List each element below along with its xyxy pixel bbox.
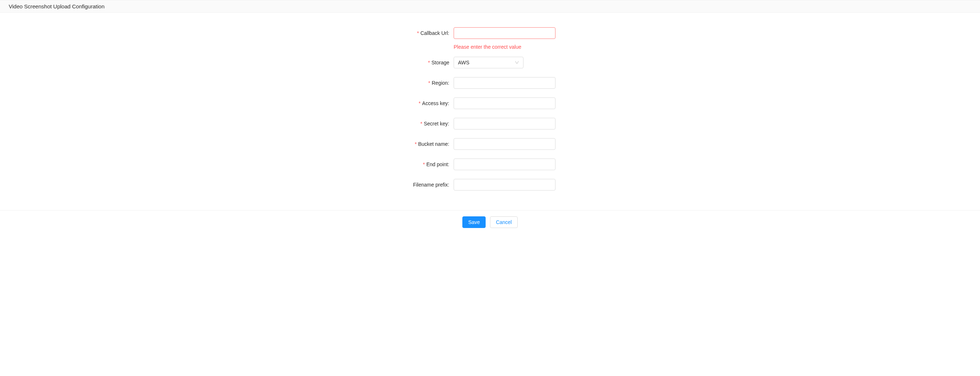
error-row-callback-url: Please enter the correct value xyxy=(9,42,971,51)
form-container: *Callback Url: Please enter the correct … xyxy=(0,13,980,210)
required-mark: * xyxy=(417,30,419,36)
label-bucket-name: *Bucket name: xyxy=(272,138,453,150)
callback-url-error: Please enter the correct value xyxy=(453,43,708,51)
form-row-secret-key: *Secret key: xyxy=(9,118,971,130)
required-mark: * xyxy=(428,60,430,65)
required-mark: * xyxy=(428,80,430,86)
callback-url-input[interactable] xyxy=(453,27,555,39)
page-header: Video Screenshot Upload Configuration xyxy=(0,0,980,13)
label-secret-key: *Secret key: xyxy=(272,118,453,130)
required-mark: * xyxy=(419,100,420,106)
access-key-input[interactable] xyxy=(453,97,555,109)
required-mark: * xyxy=(420,121,422,127)
label-access-key: *Access key: xyxy=(272,97,453,109)
label-callback-url: *Callback Url: xyxy=(272,27,453,39)
footer-actions: Save Cancel xyxy=(0,210,980,234)
page-title: Video Screenshot Upload Configuration xyxy=(9,3,971,10)
label-filename-prefix: Filename prefix: xyxy=(272,179,453,190)
secret-key-input[interactable] xyxy=(453,118,555,130)
cancel-button[interactable]: Cancel xyxy=(490,216,518,228)
label-region: *Region: xyxy=(272,77,453,89)
save-button[interactable]: Save xyxy=(462,216,486,228)
label-storage: *Storage xyxy=(272,57,453,68)
label-end-point: *End point: xyxy=(272,159,453,170)
bucket-name-input[interactable] xyxy=(453,138,555,150)
required-mark: * xyxy=(423,162,425,167)
form-row-access-key: *Access key: xyxy=(9,97,971,109)
region-input[interactable] xyxy=(453,77,555,89)
chevron-down-icon xyxy=(515,60,519,65)
form-row-storage: *Storage AWS xyxy=(9,57,971,68)
storage-select[interactable]: AWS xyxy=(453,57,523,68)
form-row-filename-prefix: Filename prefix: xyxy=(9,179,971,190)
storage-select-value: AWS xyxy=(458,60,469,65)
end-point-input[interactable] xyxy=(453,159,555,170)
required-mark: * xyxy=(415,141,417,147)
form-row-end-point: *End point: xyxy=(9,159,971,170)
form-row-callback-url: *Callback Url: xyxy=(9,27,971,39)
filename-prefix-input[interactable] xyxy=(453,179,555,190)
form-row-bucket-name: *Bucket name: xyxy=(9,138,971,150)
form-row-region: *Region: xyxy=(9,77,971,89)
